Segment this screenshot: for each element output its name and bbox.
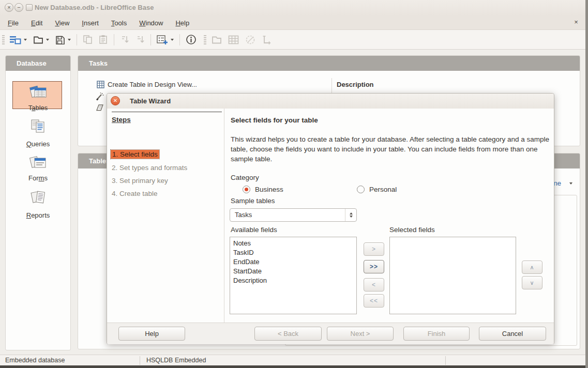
sidebar-item-label: Reports <box>6 211 70 219</box>
save-icon <box>55 35 65 44</box>
status-divider <box>445 356 446 365</box>
new-form-icon <box>157 35 168 45</box>
menu-file[interactable]: File <box>6 18 20 28</box>
menu-view[interactable]: View <box>53 18 71 28</box>
radio-business[interactable] <box>243 186 250 193</box>
step-1-select-fields[interactable]: 1. Select fields <box>111 150 159 159</box>
database-pane-header: Database <box>6 56 70 71</box>
toolbar-grip[interactable] <box>204 35 206 44</box>
available-fields-label: Available fields <box>231 226 277 234</box>
sidebar-item-label: Tables <box>6 104 70 112</box>
menu-help[interactable]: Help <box>174 18 191 28</box>
app-window: × − New Database.odb - LibreOffice Base … <box>0 0 588 368</box>
sidebar-item-queries[interactable]: Queries <box>6 118 70 148</box>
forms-icon <box>28 154 49 171</box>
radio-dot <box>245 188 248 191</box>
queries-icon <box>28 118 49 136</box>
task-label: Create Table in Design View... <box>108 81 197 88</box>
copy-icon <box>83 35 93 44</box>
remove-all-fields-button[interactable]: << <box>364 294 384 308</box>
chevron-down-icon <box>46 39 49 41</box>
spin-down-icon <box>350 216 353 218</box>
dialog-intro-text: This wizard helps you to create a table … <box>231 134 550 164</box>
sample-tables-combobox[interactable]: Tasks <box>230 208 357 222</box>
chevron-down-icon <box>24 39 27 41</box>
paste-button <box>97 33 110 46</box>
toolbar-separator <box>179 34 180 45</box>
tables-icon <box>28 83 49 100</box>
menu-tools[interactable]: Tools <box>110 18 128 28</box>
radio-business-label[interactable]: Business <box>255 186 283 193</box>
combobox-spinner[interactable] <box>345 209 356 221</box>
status-bar: Embedded database HSQLDB Embedded <box>0 355 585 365</box>
steps-pane: Steps 1. Select fields 2. Set types and … <box>107 109 224 323</box>
steps-separator-line <box>112 112 222 112</box>
selected-fields-label: Selected fields <box>389 226 435 234</box>
sort-order-icon <box>262 35 272 44</box>
new-form-button[interactable] <box>155 33 176 47</box>
task-create-view[interactable] <box>96 103 104 112</box>
open-button[interactable] <box>31 34 51 46</box>
disable-icon <box>245 35 255 45</box>
move-down-button[interactable]: ∨ <box>522 276 542 289</box>
window-maximize-button[interactable] <box>26 4 33 11</box>
view-icon <box>96 103 104 112</box>
status-divider <box>140 356 140 365</box>
chevron-down-icon <box>68 39 71 41</box>
info-icon <box>186 34 197 45</box>
window-bottom-border <box>0 365 585 368</box>
list-item[interactable]: Notes <box>230 239 356 248</box>
available-fields-list[interactable]: Notes TaskID EndDate StartDate Descripti… <box>230 237 357 314</box>
toolbar-grip[interactable] <box>2 35 5 44</box>
database-info-button[interactable] <box>184 33 199 47</box>
step-4-create-table[interactable]: 4. Create table <box>112 190 158 197</box>
window-minimize-button[interactable]: − <box>14 3 23 12</box>
description-header: Description <box>337 81 374 88</box>
help-button[interactable]: Help <box>118 327 185 341</box>
cancel-button[interactable]: Cancel <box>479 327 546 341</box>
move-up-button[interactable]: ∧ <box>522 260 542 274</box>
close-document-icon[interactable]: × <box>572 18 580 26</box>
dialog-close-icon[interactable]: ✕ <box>111 96 120 105</box>
window-close-button[interactable]: × <box>5 3 13 12</box>
add-all-fields-button[interactable]: >> <box>364 260 384 273</box>
selected-fields-list[interactable] <box>389 237 516 314</box>
chevron-down-icon <box>171 39 174 41</box>
radio-personal-label[interactable]: Personal <box>369 186 397 193</box>
sort-ascending-button <box>118 33 131 46</box>
menu-insert[interactable]: Insert <box>80 18 100 28</box>
table-design-icon <box>97 81 104 88</box>
table-wizard-dialog: ✕ Table Wizard Steps 1. Select fields 2.… <box>107 93 554 344</box>
window-title: New Database.odb - LibreOffice Base <box>35 4 154 11</box>
sort-ascending-icon <box>120 35 129 44</box>
add-field-button[interactable]: > <box>364 242 384 256</box>
task-use-wizard[interactable] <box>96 92 104 101</box>
menu-edit[interactable]: Edit <box>29 18 44 28</box>
menu-window[interactable]: Window <box>138 18 164 28</box>
save-button[interactable] <box>53 34 73 46</box>
sidebar-item-forms[interactable]: Forms <box>6 154 70 182</box>
sidebar-item-tables[interactable]: Tables <box>6 83 70 112</box>
dialog-footer: Help < Back Next > Finish Cancel <box>107 323 554 344</box>
toolbar-separator <box>150 34 151 45</box>
radio-personal[interactable] <box>357 186 365 193</box>
list-item[interactable]: EndDate <box>230 257 356 267</box>
list-item[interactable]: Description <box>230 276 356 285</box>
dialog-title: Table Wizard <box>130 97 171 105</box>
list-item[interactable]: StartDate <box>230 267 356 276</box>
step-3-set-primary-key[interactable]: 3. Set primary key <box>112 177 168 185</box>
sidebar-item-reports[interactable]: Reports <box>6 189 70 219</box>
sort-order-button <box>260 34 274 46</box>
toolbar-separator <box>114 34 114 45</box>
sidebar-item-label: Forms <box>6 174 70 182</box>
remove-field-button[interactable]: < <box>364 278 384 292</box>
step-2-set-types-and-formats[interactable]: 2. Set types and formats <box>112 164 187 172</box>
finish-button: Finish <box>403 327 470 341</box>
new-database-icon <box>10 35 21 44</box>
dialog-heading: Select fields for your table <box>231 116 318 124</box>
sample-tables-value: Tasks <box>235 211 252 219</box>
new-database-button[interactable] <box>8 34 29 46</box>
task-create-table-design-view[interactable]: Create Table in Design View... <box>97 81 197 88</box>
list-item[interactable]: TaskID <box>230 248 356 257</box>
database-pane: Database Tables Queries Forms Reports <box>5 55 71 350</box>
